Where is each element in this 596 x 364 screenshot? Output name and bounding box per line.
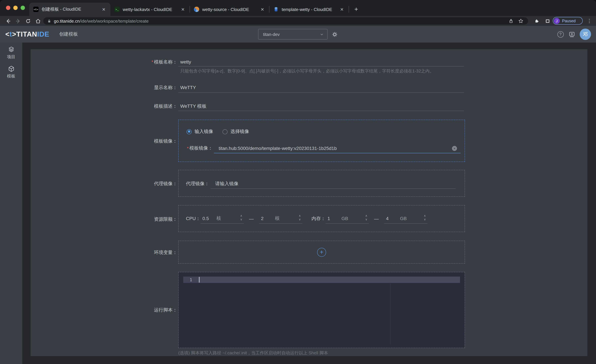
range-dash: —	[374, 216, 379, 221]
inner-label-template-image: 模板镜像：	[189, 145, 213, 151]
tab-wetty-source[interactable]: wetty-source - CloudIDE ✕	[190, 3, 269, 16]
template-name-help: 只能包含小写字母[a-z]、数字[0-9]、点[.]与破折号[-]，必须以小写字…	[180, 68, 434, 74]
field-label-proxy-image: 代理镜像：	[30, 179, 177, 188]
focused-input-underline	[214, 153, 461, 153]
run-script-editor[interactable]: 1	[178, 272, 465, 348]
memory-max-unit: GB	[400, 216, 407, 221]
stepper-arrows[interactable]: ∧∨	[299, 214, 301, 221]
reload-button[interactable]	[24, 17, 32, 25]
close-tab-icon[interactable]: ✕	[339, 7, 344, 12]
stepper-arrows[interactable]: ∧∨	[240, 214, 242, 221]
share-icon[interactable]	[507, 17, 515, 25]
cpu-min-unit: 核	[216, 215, 221, 221]
minimize-window-button[interactable]	[13, 6, 18, 10]
side-panel-icon[interactable]	[544, 17, 551, 25]
page-title: 创建模板	[59, 26, 78, 43]
cpu-min-value[interactable]: 0.5	[202, 216, 214, 221]
browser-window: <t> 创建模板 - CloudIDE ✕ >_ wetty-lackavtx …	[0, 0, 596, 364]
stepper-arrows[interactable]: ∧∨	[424, 214, 426, 221]
editor-ruler	[390, 284, 390, 344]
tab-wetty-lackavtx[interactable]: >_ wetty-lackavtx - CloudIDE ✕	[110, 3, 190, 16]
sidebar-item-label: 项目	[7, 54, 15, 60]
input-underline	[178, 111, 464, 111]
profile-button[interactable]: J Paused	[553, 17, 583, 25]
home-button[interactable]	[34, 17, 42, 25]
resource-quota-section: CPU： 0.5 核 ∧∨ — 2 核 ∧∨ 内存：	[178, 205, 465, 232]
cpu-min-stepper[interactable]: 0.5 核 ∧∨	[200, 214, 244, 224]
sidebar-item-templates[interactable]: 模板	[7, 65, 15, 79]
cpu-max-unit: 核	[275, 215, 280, 221]
description-input[interactable]: WeTTY 模板	[180, 101, 207, 111]
tab-separator	[349, 6, 349, 13]
user-avatar[interactable]: 邓	[580, 29, 591, 40]
browser-toolbar: go.titanide.cn/ide/web/workspace/templat…	[0, 16, 596, 26]
chevron-down-icon	[320, 32, 324, 36]
radio-selected-icon	[186, 129, 192, 134]
env-vars-section: +	[178, 241, 465, 264]
app-header: <t>TITANIDE 创建模板 titan-dev ? 邓	[0, 26, 596, 43]
template-name-input[interactable]: wetty	[180, 57, 191, 66]
editor-active-line: 1	[183, 277, 460, 283]
create-template-form: *模板名称： wetty 只能包含小写字母[a-z]、数字[0-9]、点[.]与…	[30, 49, 587, 356]
field-label-template-name: *模板名称：	[30, 57, 177, 66]
memory-max-stepper[interactable]: 4 GB ∧∨	[384, 214, 427, 224]
cube-icon	[7, 65, 15, 73]
tab-strip: <t> 创建模板 - CloudIDE ✕ >_ wetty-lackavtx …	[0, 0, 596, 16]
console-settings-icon[interactable]	[567, 26, 576, 43]
cpu-label: CPU：	[186, 216, 200, 222]
close-tab-icon[interactable]: ✕	[101, 7, 106, 12]
lock-icon	[47, 19, 51, 23]
layers-icon	[7, 46, 15, 53]
clear-input-icon[interactable]: ✕	[452, 146, 457, 151]
memory-min-stepper[interactable]: 1 GB ∧∨	[325, 214, 369, 224]
sidebar-item-projects[interactable]: 项目	[7, 46, 15, 60]
radio-input-image[interactable]: 输入镜像	[186, 129, 213, 135]
add-env-var-button[interactable]: +	[317, 248, 326, 257]
field-label-description: 模板描述：	[30, 101, 177, 111]
radio-select-image[interactable]: 选择镜像	[223, 129, 249, 135]
profile-avatar: J	[554, 18, 560, 24]
tab-title: wetty-source - CloudIDE	[202, 7, 257, 12]
proxy-image-input[interactable]: 请输入镜像	[215, 181, 238, 187]
editor-caret	[199, 277, 200, 283]
template-image-input[interactable]: titan.hub:5000/demo/template-wetty:v2023…	[219, 146, 337, 151]
close-window-button[interactable]	[6, 6, 10, 10]
code-server-favicon	[194, 7, 199, 12]
run-script-note: (选填) 脚本将写入路径 ~/.cache/.init，当工作区启动时自动运行以…	[178, 350, 328, 356]
required-mark: *	[187, 146, 189, 151]
tab-template-wetty[interactable]: template-wetty - CloudIDE ✕	[269, 3, 349, 16]
back-button[interactable]	[4, 17, 12, 25]
close-tab-icon[interactable]: ✕	[180, 7, 186, 12]
memory-min-value[interactable]: 1	[328, 216, 339, 221]
workspace-select-value: titan-dev	[263, 32, 280, 37]
browser-menu-icon[interactable]: ⋮	[586, 17, 593, 25]
tab-create-template[interactable]: <t> 创建模板 - CloudIDE ✕	[29, 3, 110, 16]
field-label-run-script: 运行脚本：	[30, 305, 177, 314]
radio-label: 选择镜像	[231, 129, 249, 135]
extensions-puzzle-icon[interactable]	[533, 17, 541, 25]
bookmark-star-icon[interactable]	[517, 17, 525, 25]
new-tab-button[interactable]: +	[351, 3, 361, 16]
forward-button[interactable]	[14, 17, 22, 25]
url-path: /ide/web/workspace/template/create	[80, 18, 149, 23]
tab-title: wetty-lackavtx - CloudIDE	[123, 7, 177, 12]
close-tab-icon[interactable]: ✕	[260, 7, 265, 12]
workspace-settings-gear-icon[interactable]	[330, 26, 339, 43]
main-background: *模板名称： wetty 只能包含小写字母[a-z]、数字[0-9]、点[.]与…	[22, 43, 596, 364]
cpu-max-stepper[interactable]: 2 核 ∧∨	[259, 214, 302, 224]
field-label-template-image: 模板镜像：	[30, 136, 177, 146]
workspace-select[interactable]: titan-dev	[258, 29, 328, 40]
app-sidebar: 项目 模板	[0, 43, 22, 364]
cpu-max-value[interactable]: 2	[261, 216, 272, 221]
maximize-window-button[interactable]	[21, 6, 25, 10]
input-underline	[178, 66, 464, 66]
memory-max-value[interactable]: 4	[386, 216, 397, 221]
editor-line-number: 1	[183, 277, 199, 283]
input-underline	[210, 189, 456, 189]
sync-paused-status: Paused	[562, 18, 575, 23]
address-bar[interactable]: go.titanide.cn/ide/web/workspace/templat…	[43, 17, 528, 25]
display-name-input[interactable]: WeTTY	[180, 83, 196, 92]
help-icon[interactable]: ?	[556, 26, 565, 43]
stepper-arrows[interactable]: ∧∨	[365, 214, 367, 221]
sidebar-item-label: 模板	[7, 73, 15, 79]
